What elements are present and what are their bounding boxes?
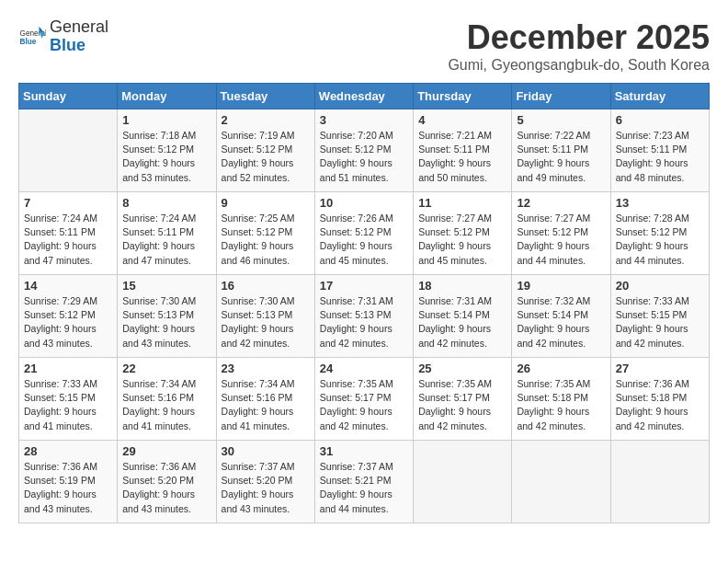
- day-info: Sunrise: 7:30 AMSunset: 5:13 PMDaylight:…: [122, 294, 210, 350]
- calendar-cell: 25Sunrise: 7:35 AMSunset: 5:17 PMDayligh…: [414, 358, 512, 441]
- day-info: Sunrise: 7:33 AMSunset: 5:15 PMDaylight:…: [24, 377, 112, 433]
- calendar-cell: [414, 441, 512, 523]
- day-info: Sunrise: 7:28 AMSunset: 5:12 PMDaylight:…: [616, 212, 704, 268]
- day-info: Sunrise: 7:34 AMSunset: 5:16 PMDaylight:…: [222, 377, 310, 433]
- calendar-cell: 7Sunrise: 7:24 AMSunset: 5:11 PMDaylight…: [19, 192, 118, 275]
- month-title: December 2025: [448, 18, 710, 57]
- day-info: Sunrise: 7:33 AMSunset: 5:15 PMDaylight:…: [616, 294, 704, 350]
- day-number: 23: [222, 362, 310, 375]
- calendar-cell: [610, 441, 709, 523]
- day-number: 22: [122, 362, 210, 375]
- day-number: 5: [517, 113, 605, 127]
- day-number: 30: [222, 444, 310, 458]
- calendar-cell: 14Sunrise: 7:29 AMSunset: 5:12 PMDayligh…: [19, 275, 118, 358]
- day-number: 3: [320, 113, 408, 127]
- day-number: 27: [616, 362, 704, 375]
- day-number: 4: [418, 113, 506, 127]
- day-info: Sunrise: 7:19 AMSunset: 5:12 PMDaylight:…: [222, 129, 310, 185]
- calendar-week: 1Sunrise: 7:18 AMSunset: 5:12 PMDaylight…: [19, 109, 710, 192]
- calendar-cell: [512, 441, 610, 523]
- day-number: 21: [24, 362, 112, 375]
- day-info: Sunrise: 7:24 AMSunset: 5:11 PMDaylight:…: [24, 212, 112, 268]
- logo-general: General: [50, 17, 108, 36]
- day-number: 6: [616, 113, 704, 127]
- day-number: 8: [122, 196, 210, 210]
- calendar-cell: 24Sunrise: 7:35 AMSunset: 5:17 PMDayligh…: [314, 358, 413, 441]
- logo-icon: General Blue: [18, 23, 46, 51]
- day-number: 7: [24, 196, 112, 210]
- calendar-cell: 9Sunrise: 7:25 AMSunset: 5:12 PMDaylight…: [216, 192, 314, 275]
- calendar-body: 1Sunrise: 7:18 AMSunset: 5:12 PMDaylight…: [19, 109, 710, 523]
- day-info: Sunrise: 7:36 AMSunset: 5:19 PMDaylight:…: [24, 460, 112, 516]
- day-info: Sunrise: 7:37 AMSunset: 5:21 PMDaylight:…: [320, 460, 408, 516]
- day-info: Sunrise: 7:34 AMSunset: 5:16 PMDaylight:…: [122, 377, 210, 433]
- day-number: 13: [616, 196, 704, 210]
- day-number: 19: [517, 279, 605, 293]
- day-number: 28: [24, 444, 112, 458]
- calendar-week: 14Sunrise: 7:29 AMSunset: 5:12 PMDayligh…: [19, 275, 710, 358]
- calendar-cell: 31Sunrise: 7:37 AMSunset: 5:21 PMDayligh…: [314, 441, 413, 523]
- logo: General Blue General Blue: [18, 18, 108, 55]
- weekday-header: Saturday: [610, 84, 709, 109]
- day-number: 16: [222, 279, 310, 293]
- calendar-cell: 23Sunrise: 7:34 AMSunset: 5:16 PMDayligh…: [216, 358, 314, 441]
- calendar-cell: 21Sunrise: 7:33 AMSunset: 5:15 PMDayligh…: [19, 358, 118, 441]
- day-number: 15: [122, 279, 210, 293]
- day-number: 2: [222, 113, 310, 127]
- day-info: Sunrise: 7:27 AMSunset: 5:12 PMDaylight:…: [517, 212, 605, 268]
- calendar-cell: 1Sunrise: 7:18 AMSunset: 5:12 PMDaylight…: [118, 109, 216, 192]
- calendar-cell: 17Sunrise: 7:31 AMSunset: 5:13 PMDayligh…: [314, 275, 413, 358]
- day-info: Sunrise: 7:35 AMSunset: 5:17 PMDaylight:…: [418, 377, 506, 433]
- day-number: 25: [418, 362, 506, 375]
- calendar-cell: 29Sunrise: 7:36 AMSunset: 5:20 PMDayligh…: [118, 441, 216, 523]
- calendar-cell: 5Sunrise: 7:22 AMSunset: 5:11 PMDaylight…: [512, 109, 610, 192]
- calendar-cell: 4Sunrise: 7:21 AMSunset: 5:11 PMDaylight…: [414, 109, 512, 192]
- day-info: Sunrise: 7:27 AMSunset: 5:12 PMDaylight:…: [418, 212, 506, 268]
- calendar-cell: 19Sunrise: 7:32 AMSunset: 5:14 PMDayligh…: [512, 275, 610, 358]
- calendar-cell: 10Sunrise: 7:26 AMSunset: 5:12 PMDayligh…: [314, 192, 413, 275]
- calendar-cell: 13Sunrise: 7:28 AMSunset: 5:12 PMDayligh…: [610, 192, 709, 275]
- day-info: Sunrise: 7:20 AMSunset: 5:12 PMDaylight:…: [320, 129, 408, 185]
- location: Gumi, Gyeongsangbuk-do, South Korea: [448, 57, 710, 74]
- calendar-header: SundayMondayTuesdayWednesdayThursdayFrid…: [19, 84, 710, 109]
- calendar-cell: 27Sunrise: 7:36 AMSunset: 5:18 PMDayligh…: [610, 358, 709, 441]
- day-number: 24: [320, 362, 408, 375]
- logo-blue: Blue: [50, 36, 85, 54]
- day-info: Sunrise: 7:35 AMSunset: 5:17 PMDaylight:…: [320, 377, 408, 433]
- calendar-cell: [19, 109, 118, 192]
- logo-text: General Blue: [50, 18, 108, 55]
- day-info: Sunrise: 7:37 AMSunset: 5:20 PMDaylight:…: [222, 460, 310, 516]
- calendar-week: 7Sunrise: 7:24 AMSunset: 5:11 PMDaylight…: [19, 192, 710, 275]
- day-info: Sunrise: 7:26 AMSunset: 5:12 PMDaylight:…: [320, 212, 408, 268]
- weekday-header: Tuesday: [216, 84, 314, 109]
- day-info: Sunrise: 7:21 AMSunset: 5:11 PMDaylight:…: [418, 129, 506, 185]
- calendar-cell: 6Sunrise: 7:23 AMSunset: 5:11 PMDaylight…: [610, 109, 709, 192]
- page-header: General Blue General Blue December 2025 …: [18, 18, 710, 74]
- day-number: 11: [418, 196, 506, 210]
- weekday-header: Friday: [512, 84, 610, 109]
- day-info: Sunrise: 7:36 AMSunset: 5:20 PMDaylight:…: [122, 460, 210, 516]
- calendar-cell: 8Sunrise: 7:24 AMSunset: 5:11 PMDaylight…: [118, 192, 216, 275]
- calendar-cell: 2Sunrise: 7:19 AMSunset: 5:12 PMDaylight…: [216, 109, 314, 192]
- calendar-cell: 18Sunrise: 7:31 AMSunset: 5:14 PMDayligh…: [414, 275, 512, 358]
- calendar-cell: 28Sunrise: 7:36 AMSunset: 5:19 PMDayligh…: [19, 441, 118, 523]
- calendar-week: 28Sunrise: 7:36 AMSunset: 5:19 PMDayligh…: [19, 441, 710, 523]
- day-info: Sunrise: 7:24 AMSunset: 5:11 PMDaylight:…: [122, 212, 210, 268]
- day-number: 31: [320, 444, 408, 458]
- day-number: 20: [616, 279, 704, 293]
- day-info: Sunrise: 7:31 AMSunset: 5:13 PMDaylight:…: [320, 294, 408, 350]
- day-info: Sunrise: 7:23 AMSunset: 5:11 PMDaylight:…: [616, 129, 704, 185]
- day-info: Sunrise: 7:29 AMSunset: 5:12 PMDaylight:…: [24, 294, 112, 350]
- weekday-header: Sunday: [19, 84, 118, 109]
- day-number: 14: [24, 279, 112, 293]
- day-number: 26: [517, 362, 605, 375]
- day-number: 10: [320, 196, 408, 210]
- day-info: Sunrise: 7:31 AMSunset: 5:14 PMDaylight:…: [418, 294, 506, 350]
- calendar-cell: 3Sunrise: 7:20 AMSunset: 5:12 PMDaylight…: [314, 109, 413, 192]
- day-number: 12: [517, 196, 605, 210]
- calendar-cell: 11Sunrise: 7:27 AMSunset: 5:12 PMDayligh…: [414, 192, 512, 275]
- day-info: Sunrise: 7:18 AMSunset: 5:12 PMDaylight:…: [122, 129, 210, 185]
- weekday-header: Thursday: [414, 84, 512, 109]
- day-number: 17: [320, 279, 408, 293]
- calendar-cell: 22Sunrise: 7:34 AMSunset: 5:16 PMDayligh…: [118, 358, 216, 441]
